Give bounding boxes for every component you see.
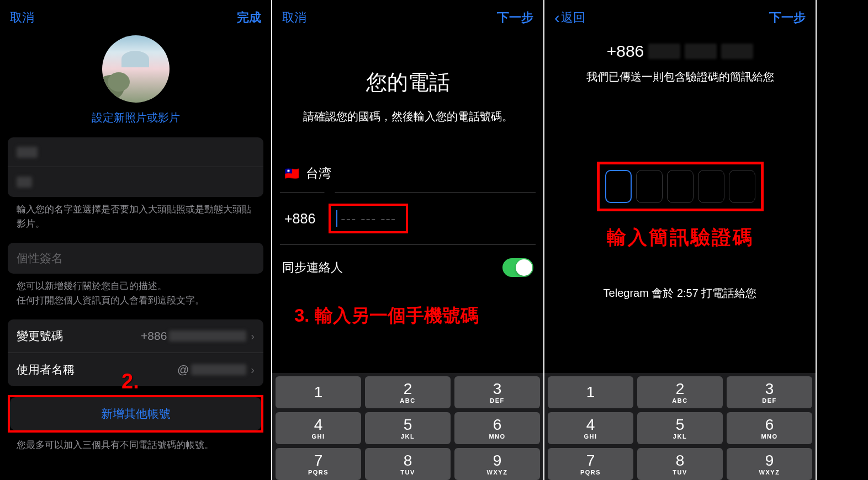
- numeric-keypad: 1 2ABC3DEF4GHI5JKL6MNO7PQRS8TUV9WXYZ: [544, 373, 816, 480]
- next-button[interactable]: 下一步: [497, 9, 533, 26]
- next-button[interactable]: 下一步: [769, 9, 806, 26]
- chevron-left-icon: ‹: [554, 8, 560, 27]
- sms-sent-text: 我們已傳送一則包含驗證碼的簡訊給您: [544, 70, 816, 84]
- keypad-key-1[interactable]: 1: [276, 376, 361, 408]
- add-account-button[interactable]: 新增其他帳號: [10, 397, 261, 430]
- code-digit-3[interactable]: [667, 170, 694, 203]
- sync-toggle[interactable]: [502, 258, 533, 277]
- keypad-key-2[interactable]: 2ABC: [365, 376, 451, 408]
- keypad-key-3[interactable]: 3DEF: [727, 376, 812, 408]
- add-account-highlight: 新增其他帳號: [8, 395, 263, 433]
- back-button[interactable]: ‹ 返回: [554, 8, 585, 27]
- bio-input[interactable]: 個性簽名: [8, 243, 263, 274]
- keypad-key-8[interactable]: 8TUV: [365, 448, 451, 480]
- keypad-key-3[interactable]: 3DEF: [454, 376, 540, 408]
- country-code: +886: [284, 211, 315, 227]
- sync-label: 同步連絡人: [282, 259, 343, 276]
- phone-prefix: +886: [607, 42, 644, 61]
- chevron-right-icon: ›: [251, 364, 255, 376]
- bio-field: 個性簽名 您可以新增幾行關於您自己的描述。 任何打開您個人資訊頁的人會看到這段文…: [8, 243, 263, 307]
- code-digit-4[interactable]: [698, 170, 724, 203]
- code-digit-2[interactable]: [636, 170, 663, 203]
- sync-contacts-row: 同步連絡人: [282, 258, 533, 277]
- chevron-right-icon: ›: [251, 330, 255, 343]
- keypad-key-4[interactable]: 4GHI: [548, 412, 633, 444]
- annotation-code-label: 輸入簡訊驗證碼: [544, 225, 816, 250]
- first-name-input[interactable]: [8, 137, 263, 167]
- country-name: 台湾: [306, 165, 331, 182]
- keypad-key-5[interactable]: 5JKL: [637, 412, 723, 444]
- avatar[interactable]: [102, 35, 170, 103]
- keypad-key-7[interactable]: 7PQRS: [548, 448, 633, 480]
- screen-phone: 取消 下一步 您的電話 請確認您的國碼，然後輸入您的電話號碼。 🇹🇼 台湾 +8…: [272, 0, 544, 480]
- username-value: @: [177, 363, 246, 376]
- bio-placeholder: 個性簽名: [17, 250, 63, 266]
- name-fields: 輸入您的名字並選擇是否要加入大頭貼照或是動態大頭貼影片。: [8, 137, 263, 231]
- done-button[interactable]: 完成: [237, 9, 261, 26]
- max-accounts-help: 您最多可以加入三個具有不同電話號碼的帳號。: [8, 433, 263, 452]
- screen-profile: 取消 完成 設定新照片或影片 輸入您的名字並選擇是否要加入大頭貼照或是動態大頭貼…: [0, 0, 272, 480]
- keypad-key-9[interactable]: 9WXYZ: [727, 448, 812, 480]
- annotation-step-2: 2.: [121, 370, 139, 393]
- change-number-label: 變更號碼: [17, 328, 141, 344]
- phone-input-row: +886 --- --- ---: [280, 193, 536, 245]
- nav-bar: ‹ 返回 下一步: [544, 0, 816, 35]
- nav-bar: 取消 下一步: [272, 0, 543, 35]
- set-photo-button[interactable]: 設定新照片或影片: [92, 110, 180, 125]
- keypad-key-8[interactable]: 8TUV: [637, 448, 723, 480]
- page-title: 您的電話: [272, 68, 543, 97]
- avatar-section: 設定新照片或影片: [0, 35, 271, 125]
- keypad-key-6[interactable]: 6MNO: [727, 412, 812, 444]
- keypad-key-6[interactable]: 6MNO: [454, 412, 540, 444]
- text-cursor: [336, 210, 337, 227]
- callback-timer: Telegram 會於 2:57 打電話給您: [544, 286, 816, 301]
- cancel-button[interactable]: 取消: [282, 9, 306, 26]
- phone-value: +886: [141, 329, 246, 343]
- code-input[interactable]: [605, 170, 755, 203]
- country-selector[interactable]: 🇹🇼 台湾: [280, 155, 536, 193]
- name-help-text: 輸入您的名字並選擇是否要加入大頭貼照或是動態大頭貼影片。: [8, 197, 263, 231]
- annotation-step-3: 3. 輸入另一個手機號碼: [294, 303, 479, 328]
- keypad-key-5[interactable]: 5JKL: [365, 412, 451, 444]
- code-input-highlight: [597, 162, 764, 211]
- change-number-row[interactable]: 變更號碼 +886 ›: [8, 319, 263, 353]
- numeric-keypad: 1 2ABC3DEF4GHI5JKL6MNO7PQRS8TUV9WXYZ: [272, 373, 543, 480]
- code-digit-5[interactable]: [729, 170, 755, 203]
- keypad-key-9[interactable]: 9WXYZ: [454, 448, 540, 480]
- nav-bar: 取消 完成: [0, 0, 271, 35]
- bio-help-text: 您可以新增幾行關於您自己的描述。 任何打開您個人資訊頁的人會看到這段文字。: [8, 274, 263, 307]
- cancel-button[interactable]: 取消: [10, 9, 34, 26]
- phone-display: +886: [544, 42, 816, 61]
- code-digit-1[interactable]: [605, 170, 632, 203]
- last-name-input[interactable]: [8, 167, 263, 197]
- keypad-key-4[interactable]: 4GHI: [276, 412, 361, 444]
- username-label: 使用者名稱: [17, 362, 177, 377]
- keypad-key-2[interactable]: 2ABC: [637, 376, 723, 408]
- screen-verify: ‹ 返回 下一步 +886 我們已傳送一則包含驗證碼的簡訊給您 輸入簡訊驗證碼 …: [544, 0, 817, 480]
- keypad-key-1[interactable]: 1: [548, 376, 633, 408]
- phone-input-highlight[interactable]: --- --- ---: [329, 204, 408, 233]
- taiwan-flag-icon: 🇹🇼: [284, 167, 299, 181]
- keypad-key-7[interactable]: 7PQRS: [276, 448, 361, 480]
- page-subtitle: 請確認您的國碼，然後輸入您的電話號碼。: [272, 108, 543, 125]
- phone-placeholder: --- --- ---: [341, 211, 396, 227]
